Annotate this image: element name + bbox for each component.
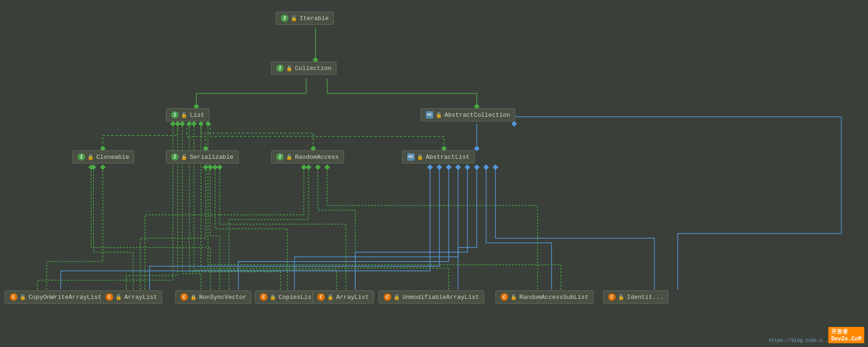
node-random-access: I 🔓 RandomAccess <box>271 150 344 163</box>
node-array-list2: C 🔓 ArrayList <box>312 290 374 304</box>
label-copies: CopiesList <box>279 294 315 301</box>
abstract-icon-list: AC <box>407 153 415 161</box>
label-collection: Collection <box>295 65 331 72</box>
lock-icon-unmodifiable: 🔓 <box>394 294 400 300</box>
class-icon-copies: C <box>260 293 267 301</box>
node-cloneable: I 🔓 Cloneable <box>72 150 134 163</box>
lock-icon-abstract-collection: 🔓 <box>436 112 442 118</box>
lock-icon-identity: 🔓 <box>618 294 624 300</box>
label-unmodifiable: UnmodifiableArrayList <box>402 294 479 301</box>
diagram-container: I 🔓 Iterable I 🔓 Collection I 🔓 List AC … <box>0 0 868 347</box>
label-identity: Identit... <box>627 294 663 301</box>
lock-icon-array-list: 🔓 <box>115 294 122 300</box>
label-random-sub: RandomAccessSubList <box>519 294 588 301</box>
label-serializable: Serializable <box>190 154 234 161</box>
class-icon-array-list2: C <box>317 293 325 301</box>
class-icon-non-sync: C <box>180 293 188 301</box>
interface-icon-collection: I <box>276 64 284 72</box>
node-copies-list: C 🔒 CopiesList <box>255 290 320 304</box>
label-iterable: Iterable <box>300 15 329 22</box>
lock-icon-serializable: 🔓 <box>181 154 187 160</box>
label-array-list2: ArrayList <box>336 294 369 301</box>
node-list: I 🔓 List <box>166 108 209 121</box>
class-icon-unmodifiable: C <box>384 293 391 301</box>
label-array-list: ArrayList <box>124 294 157 301</box>
label-copy-on-write: CopyOnWriteArrayList <box>29 294 101 301</box>
class-icon-array-list: C <box>106 293 113 301</box>
lock-icon-array-list2: 🔓 <box>327 294 334 300</box>
watermark-url: https://blog.csdn.n... <box>769 338 831 343</box>
node-unmodifiable: C 🔓 UnmodifiableArrayList <box>379 290 484 304</box>
abstract-icon-collection: AC <box>426 111 433 119</box>
lock-icon-random-sub: 🔓 <box>510 294 517 300</box>
lock-icon-non-sync: 🔒 <box>190 294 197 300</box>
lock-icon-copies: 🔒 <box>270 294 276 300</box>
lock-icon-collection: 🔓 <box>286 65 293 71</box>
lock-icon-iterable: 🔓 <box>291 15 297 21</box>
label-non-sync: NonSyncVector <box>199 294 246 301</box>
class-icon-identity: C <box>608 293 616 301</box>
node-collection: I 🔓 Collection <box>271 62 337 75</box>
label-abstract-list: AbstractList <box>426 154 470 161</box>
node-non-sync-vector: C 🔒 NonSyncVector <box>175 290 251 304</box>
interface-icon-list: I <box>171 111 179 119</box>
node-random-access-sub-list: C 🔓 RandomAccessSubList <box>495 290 594 304</box>
interface-icon-cloneable: I <box>78 153 85 161</box>
lock-icon-random-access: 🔓 <box>286 154 293 160</box>
label-random-access: RandomAccess <box>295 154 339 161</box>
label-cloneable: Cloneable <box>96 154 129 161</box>
lock-icon-cloneable: 🔓 <box>87 154 94 160</box>
interface-icon-serializable: I <box>171 153 179 161</box>
node-abstract-collection: AC 🔓 AbstractCollection <box>421 108 515 121</box>
lock-icon-abstract-list: 🔓 <box>417 154 423 160</box>
node-serializable: I 🔓 Serializable <box>166 150 239 163</box>
label-list: List <box>190 112 204 119</box>
interface-icon-iterable: I <box>281 14 288 22</box>
lock-icon-copy-on-write: 🔓 <box>20 294 26 300</box>
label-abstract-collection: AbstractCollection <box>445 112 510 119</box>
watermark: 开发者DevZe.CoM <box>828 327 864 343</box>
url-text: https://blog.csdn.n... <box>769 338 831 343</box>
class-icon-random-sub: C <box>501 293 508 301</box>
class-icon-copy-on-write: C <box>10 293 17 301</box>
node-copy-on-write-array-list: C 🔓 CopyOnWriteArrayList <box>5 290 107 304</box>
interface-icon-random-access: I <box>276 153 284 161</box>
watermark-label: 开发者DevZe.CoM <box>831 329 861 342</box>
node-array-list: C 🔓 ArrayList <box>100 290 162 304</box>
node-identity: C 🔓 Identit... <box>603 290 668 304</box>
node-iterable: I 🔓 Iterable <box>276 12 334 25</box>
node-abstract-list: AC 🔓 AbstractList <box>402 150 475 163</box>
lock-icon-list: 🔓 <box>181 112 187 118</box>
